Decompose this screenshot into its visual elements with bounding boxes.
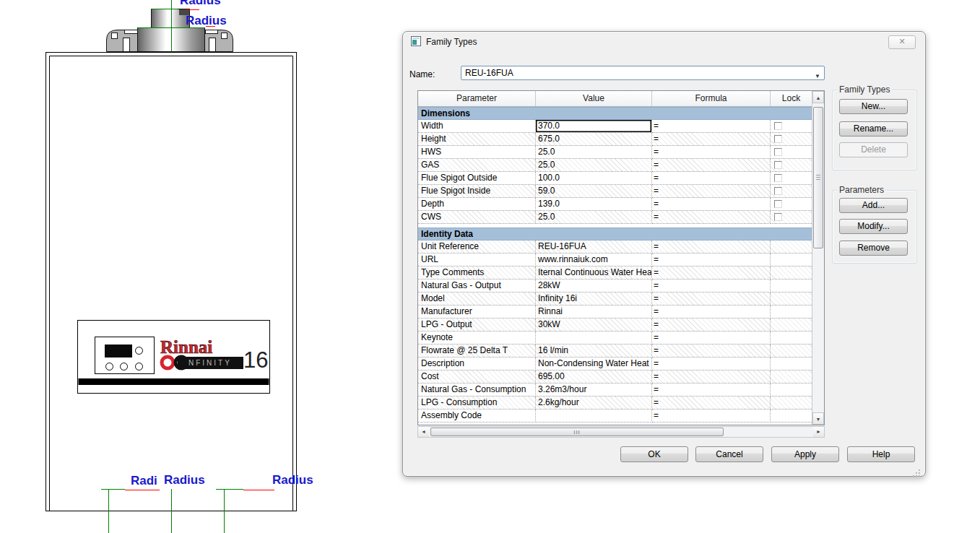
table-row[interactable]: Height675.0= (418, 133, 812, 146)
formula-cell[interactable]: = (652, 120, 771, 133)
value-cell[interactable]: 695.00 (536, 370, 652, 384)
table-row[interactable]: HWS25.0= (418, 146, 812, 159)
formula-cell[interactable]: = (652, 159, 771, 172)
formula-cell[interactable]: = (652, 318, 771, 332)
radius-label-bottom-right[interactable]: Radius (272, 473, 313, 488)
table-row[interactable]: Natural Gas - Consumption3.26m3/hour= (418, 384, 812, 396)
table-row[interactable]: DescriptionNon-Condensing Water Heat= (418, 358, 812, 370)
ok-button[interactable]: OK (620, 446, 688, 462)
vertical-scrollbar-thumb[interactable] (813, 107, 823, 248)
apply-button[interactable]: Apply (771, 446, 839, 462)
table-row[interactable]: Width370.0= (418, 120, 812, 133)
value-cell[interactable]: 675.0 (536, 133, 652, 146)
formula-cell[interactable]: = (652, 133, 771, 146)
formula-cell[interactable]: = (652, 396, 771, 410)
value-cell[interactable]: REU-16FUA (536, 240, 652, 254)
formula-cell[interactable]: = (652, 292, 771, 306)
help-button[interactable]: Help (847, 446, 915, 462)
chevron-down-icon[interactable]: ▼ (815, 70, 820, 83)
new-button[interactable]: New... (839, 99, 908, 114)
water-heater-drawing[interactable] (0, 0, 339, 533)
value-cell[interactable]: www.rinnaiuk.com (536, 254, 652, 266)
radius-label-bottom-left[interactable]: Radius (164, 473, 205, 488)
delete-button[interactable]: Delete (839, 142, 908, 157)
value-cell[interactable]: 25.0 (536, 159, 652, 172)
table-row[interactable]: ModelInfinity 16i= (418, 292, 812, 306)
section-header[interactable]: Identity Data (418, 228, 812, 240)
lock-checkbox[interactable] (774, 161, 782, 169)
formula-cell[interactable]: = (652, 146, 771, 159)
lock-checkbox[interactable] (774, 213, 782, 221)
formula-cell[interactable]: = (652, 280, 771, 292)
table-row[interactable]: Type CommentsIternal Continuous Water He… (418, 266, 812, 280)
cancel-button[interactable]: Cancel (695, 446, 763, 462)
lock-checkbox[interactable] (774, 148, 782, 156)
table-row[interactable]: Natural Gas - Output28kW= (418, 280, 812, 292)
column-header-value[interactable]: Value (536, 91, 652, 106)
radius-label-top-partial[interactable]: Radius (180, 0, 221, 8)
remove-button[interactable]: Remove (839, 240, 908, 256)
scroll-up-icon[interactable]: ▲ (812, 91, 824, 103)
dialog-titlebar[interactable]: Family Types ✕ (403, 32, 925, 51)
value-cell[interactable]: Iternal Continuous Water Hea (536, 266, 652, 280)
table-row[interactable]: LPG - Output30kW= (418, 318, 812, 332)
section-header[interactable]: Dimensions (418, 107, 812, 120)
table-row[interactable]: Flue Spigot Inside59.0= (418, 185, 812, 198)
formula-cell[interactable]: = (652, 240, 771, 254)
table-row[interactable]: CWS25.0= (418, 211, 812, 224)
value-cell[interactable]: 3.26m3/hour (536, 384, 652, 396)
column-header-lock[interactable]: Lock (771, 91, 812, 106)
rename-button[interactable]: Rename... (839, 121, 908, 136)
value-cell[interactable]: 30kW (536, 318, 652, 332)
table-row[interactable]: Cost695.00= (418, 370, 812, 384)
value-cell[interactable]: 25.0 (536, 146, 652, 159)
formula-cell[interactable]: = (652, 172, 771, 185)
value-cell[interactable]: 370.0 (536, 120, 652, 133)
value-cell[interactable] (536, 332, 652, 344)
value-cell[interactable]: 100.0 (536, 172, 652, 185)
table-row[interactable]: URLwww.rinnaiuk.com= (418, 254, 812, 266)
lock-checkbox[interactable] (774, 174, 782, 182)
value-cell[interactable]: Infinity 16i (536, 292, 652, 306)
formula-cell[interactable]: = (652, 358, 771, 370)
value-cell[interactable]: 59.0 (536, 185, 652, 198)
scroll-right-icon[interactable]: ► (813, 427, 824, 437)
lock-checkbox[interactable] (774, 187, 782, 195)
value-cell[interactable]: 139.0 (536, 198, 652, 211)
formula-cell[interactable]: = (652, 266, 771, 280)
formula-cell[interactable]: = (652, 370, 771, 384)
formula-cell[interactable]: = (652, 306, 771, 318)
lock-checkbox[interactable] (774, 122, 782, 130)
column-header-formula[interactable]: Formula (652, 91, 771, 106)
table-row[interactable]: Unit ReferenceREU-16FUA= (418, 240, 812, 254)
horizontal-scrollbar[interactable]: ◄ III ► (417, 426, 825, 438)
scroll-down-icon[interactable]: ▼ (812, 412, 824, 425)
formula-cell[interactable]: = (652, 332, 771, 344)
table-row[interactable]: Flue Spigot Outside100.0= (418, 172, 812, 185)
formula-cell[interactable]: = (652, 211, 771, 224)
value-cell[interactable]: 2.6kg/hour (536, 396, 652, 410)
formula-cell[interactable]: = (652, 344, 771, 358)
radius-label-top[interactable]: Radius (186, 14, 227, 28)
formula-cell[interactable]: = (652, 254, 771, 266)
formula-cell[interactable]: = (652, 185, 771, 198)
table-row[interactable]: Flowrate @ 25 Delta T16 l/min= (418, 344, 812, 358)
value-cell[interactable]: Non-Condensing Water Heat (536, 358, 652, 370)
modify-button[interactable]: Modify... (839, 219, 908, 234)
radius-label-bottom-left-partial[interactable]: Radi (131, 474, 157, 488)
resize-grip[interactable] (913, 464, 920, 471)
formula-cell[interactable]: = (652, 198, 771, 211)
formula-cell[interactable]: = (652, 410, 771, 422)
value-cell[interactable]: Rinnai (536, 306, 652, 318)
column-header-parameter[interactable]: Parameter (418, 91, 536, 106)
add-button[interactable]: Add... (839, 198, 908, 213)
horizontal-scrollbar-thumb[interactable]: III (430, 428, 724, 436)
family-type-select[interactable]: REU-16FUA ▼ (461, 66, 825, 80)
table-row[interactable]: ManufacturerRinnai= (418, 306, 812, 318)
value-cell[interactable]: 28kW (536, 280, 652, 292)
lock-checkbox[interactable] (774, 200, 782, 208)
value-cell[interactable] (536, 410, 652, 422)
table-row[interactable]: Assembly Code= (418, 410, 812, 422)
table-row[interactable]: Keynote= (418, 332, 812, 344)
close-icon[interactable]: ✕ (888, 35, 916, 49)
